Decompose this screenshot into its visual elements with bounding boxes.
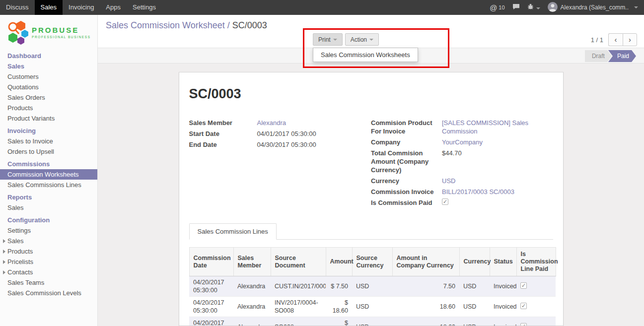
nav-app-settings[interactable]: Settings: [127, 0, 162, 15]
top-navbar: Discuss Sales Invoicing Apps Settings @ …: [0, 0, 644, 15]
cell-amount: $ 18.60: [326, 297, 352, 317]
chat-icon[interactable]: [512, 3, 520, 11]
sidebar-section-sales[interactable]: Sales: [0, 61, 97, 71]
sidebar-item-commission-worksheets[interactable]: Commission Worksheets: [0, 169, 97, 180]
sales-member-link[interactable]: Alexandra: [257, 119, 286, 127]
sidebar-item-pricelists[interactable]: Pricelists: [0, 257, 97, 267]
nav-app-apps[interactable]: Apps: [100, 0, 127, 15]
dropdown-item-sales-commission-worksheets[interactable]: Sales Commission Worksheets: [313, 48, 418, 62]
sidebar-item-reports-sales[interactable]: Sales: [0, 202, 97, 213]
table-row[interactable]: 04/20/2017 10:35:53 Alexandra SO008 $ 18…: [189, 317, 556, 326]
breadcrumb-separator: /: [227, 20, 230, 30]
probuse-logo-icon: [6, 20, 29, 45]
sidebar-item-label: Products: [7, 248, 33, 255]
sidebar-item-sales-teams[interactable]: Sales Teams: [0, 277, 97, 288]
company-link[interactable]: YourCompany: [442, 138, 483, 146]
cell-source: SO008: [271, 317, 326, 326]
breadcrumb-parent-link[interactable]: Sales Commission Worksheet: [106, 20, 225, 30]
col-header-amount[interactable]: Amount: [326, 248, 352, 276]
nav-app-discuss[interactable]: Discuss: [0, 0, 35, 15]
nav-app-invoicing[interactable]: Invoicing: [63, 0, 100, 15]
logo-tagline: PROFESSIONAL BUSINESS: [32, 35, 91, 39]
print-button[interactable]: Print: [313, 33, 343, 46]
currency-link[interactable]: USD: [442, 177, 455, 185]
col-header-currency[interactable]: Currency: [459, 248, 490, 276]
sidebar-item-quotations[interactable]: Quotations: [0, 82, 97, 92]
cell-status: Invoiced: [490, 297, 516, 317]
cell-source-currency: USD: [352, 317, 392, 326]
commission-product-link[interactable]: [SALES COMMISSION] Sales Commission: [442, 119, 528, 135]
sidebar-section-configuration[interactable]: Configuration: [0, 215, 97, 225]
messaging-menu[interactable]: @ 10: [490, 3, 504, 12]
status-step-draft[interactable]: Draft: [585, 50, 612, 62]
field-label-total-commission: Total Commision Amount (Company Currency…: [371, 149, 442, 174]
table-row[interactable]: 04/20/2017 05:30:00 Alexandra INV/2017/0…: [189, 297, 556, 317]
sidebar-section-reports[interactable]: Reports: [0, 192, 97, 202]
cell-amount: $ 18.60: [326, 317, 352, 326]
sidebar-section-dashboard[interactable]: Dashboard: [0, 51, 97, 61]
start-date-value: 04/01/2017 05:30:00: [257, 130, 316, 137]
nav-app-sales[interactable]: Sales: [35, 0, 63, 15]
pager-counter: 1 / 1: [591, 36, 603, 44]
sidebar-item-sales-commission-levels[interactable]: Sales Commission Levels: [0, 288, 97, 298]
action-button[interactable]: Action: [345, 33, 379, 46]
is-commission-paid-checkbox[interactable]: [442, 198, 448, 205]
systray: @ 10 Alexandra (Sales_comm..: [490, 0, 644, 15]
col-header-amount-company-currency[interactable]: Amount in Company Currency: [392, 248, 459, 276]
sidebar-item-settings[interactable]: Settings: [0, 225, 97, 236]
sidebar-section-invoicing[interactable]: Invoicing: [0, 126, 97, 136]
commission-lines-table: Commission Date Sales Member Source Docu…: [189, 247, 556, 326]
pager-next-button[interactable]: ›: [623, 33, 637, 46]
cell-amount: $ 7.50: [326, 276, 352, 297]
col-header-status[interactable]: Status: [490, 248, 516, 276]
mention-icon: @: [490, 3, 497, 12]
cell-amount-company: 18.60: [392, 317, 459, 326]
expand-arrow-icon: [3, 239, 5, 243]
debug-icon[interactable]: [527, 3, 540, 11]
sidebar-item-products[interactable]: Products: [0, 103, 97, 113]
action-button-label: Action: [351, 36, 367, 43]
end-date-value: 04/30/2017 05:30:00: [257, 141, 316, 148]
cell-amount-company: 18.60: [392, 297, 459, 317]
col-header-commission-date[interactable]: Commission Date: [189, 248, 233, 276]
sidebar-item-customers[interactable]: Customers: [0, 71, 97, 82]
line-paid-checkbox[interactable]: [520, 282, 527, 289]
table-header-row: Commission Date Sales Member Source Docu…: [189, 248, 556, 276]
field-group-left: Sales Member Alexandra Start Date 04/01/…: [189, 119, 371, 209]
probuse-logo[interactable]: PROBUSE PROFESSIONAL BUSINESS: [0, 15, 97, 51]
main-area: Sales Commission Worksheet/SC/0003 Print…: [98, 15, 644, 326]
cell-source-currency: USD: [352, 297, 392, 317]
sidebar-item-sales-to-invoice[interactable]: Sales to Invoice: [0, 136, 97, 146]
line-paid-checkbox[interactable]: [520, 303, 527, 309]
cell-currency: USD: [459, 276, 490, 297]
commission-invoice-link[interactable]: BILL/2017/0003 SC/0003: [442, 188, 514, 196]
field-label-is-commission-paid: Is Commission Paid: [371, 198, 442, 207]
field-group-right: Commision Product For Invoice [SALES COM…: [371, 119, 553, 209]
user-menu[interactable]: Alexandra (Sales_comm..: [548, 2, 638, 13]
field-label-currency: Currency: [371, 177, 442, 185]
sidebar-item-contacts[interactable]: Contacts: [0, 267, 97, 277]
sidebar-item-orders-to-upsell[interactable]: Orders to Upsell: [0, 146, 97, 157]
sidebar-item-product-variants[interactable]: Product Variants: [0, 113, 97, 124]
cell-date: 04/20/2017 10:35:53: [189, 317, 233, 326]
pager-previous-button[interactable]: ‹: [608, 33, 623, 46]
sidebar-item-config-products[interactable]: Products: [0, 246, 97, 257]
col-header-sales-member[interactable]: Sales Member: [233, 248, 271, 276]
breadcrumb-current: SC/0003: [232, 20, 267, 30]
col-header-source-currency[interactable]: Source Currency: [352, 248, 392, 276]
pager: 1 / 1 ‹ ›: [591, 33, 637, 46]
sidebar-item-sales-orders[interactable]: Sales Orders: [0, 92, 97, 103]
table-row[interactable]: 04/20/2017 05:30:00 Alexandra CUST.IN/20…: [189, 276, 556, 297]
sidebar-section-commissions[interactable]: Commissions: [0, 159, 97, 169]
sidebar-item-sales-commissions-lines[interactable]: Sales Commissions Lines: [0, 180, 97, 190]
field-label-company: Company: [371, 138, 442, 146]
mention-count-badge: 10: [499, 4, 504, 10]
print-dropdown-menu: Sales Commission Worksheets: [313, 48, 418, 62]
col-header-is-commission-line-paid[interactable]: Is Commission Line Paid: [516, 248, 556, 276]
tab-sales-commission-lines[interactable]: Sales Commission Lines: [189, 223, 277, 240]
line-paid-checkbox[interactable]: [520, 323, 527, 326]
form-sheet: SC/0003 Sales Member Alexandra Start Dat…: [179, 72, 564, 326]
sidebar-item-config-sales[interactable]: Sales: [0, 236, 97, 246]
status-step-paid[interactable]: Paid: [608, 50, 636, 62]
col-header-source-document[interactable]: Source Document: [271, 248, 326, 276]
